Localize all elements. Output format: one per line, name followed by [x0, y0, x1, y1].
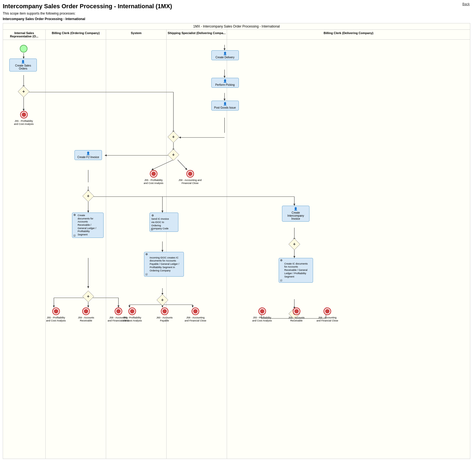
gateway-br: +	[290, 240, 298, 248]
gateway6: +	[158, 296, 167, 304]
gateway3: +	[169, 151, 178, 159]
create-sales-orders-node[interactable]: 👤 Create Sales Orders	[8, 59, 38, 71]
j55-b2: J55 - Profitability and Cost Analysis	[122, 307, 142, 322]
back-button[interactable]: Back	[462, 2, 470, 6]
create-docs-ar-node[interactable]: ⚙ Create documents for Accounts Receivab…	[71, 213, 104, 238]
j58-b3: J58 - Accounting and Financial Close	[316, 307, 338, 322]
lane-system: System	[106, 30, 167, 459]
j59-b1: J59 - Accounts Receivable	[75, 307, 97, 322]
lane-billing-ordering: Billing Clerk (Ordering Company)	[46, 30, 106, 459]
j55-end1: J55 - Profitability and Cost Analysis	[13, 111, 34, 126]
lane-header-1: Internal Sales Representative (O...	[3, 30, 45, 40]
diagram-inner: Internal Sales Representative (O... Bill…	[3, 30, 470, 459]
lane-header-3: System	[106, 30, 166, 40]
j55-b1: J55 - Profitability and Cost Analysis	[46, 307, 66, 322]
gateway2: +	[169, 133, 178, 141]
gateway1: +	[20, 87, 28, 96]
lane-header-4: Shipping Specialist (Delivering Compa...	[167, 30, 227, 40]
lane-header-5: Billing Clerk (Delivering Company)	[227, 30, 470, 40]
post-goods-issue-node[interactable]: 👤 Post Goods Issue	[211, 101, 239, 111]
page-title: Intercompany Sales Order Processing - In…	[3, 3, 470, 10]
create-delivery-node[interactable]: 👤 Create Delivery	[211, 50, 239, 60]
lane-header-2: Billing Clerk (Ordering Company)	[46, 30, 106, 40]
j58-b2: J58 - Accounting and Financial Close	[184, 307, 206, 322]
create-ic-docs-node[interactable]: ⚙ Create IC documents for Accounts Recei…	[278, 258, 314, 283]
gateway4: +	[84, 192, 92, 200]
incoming-idoc-node[interactable]: ⚙ Incoming IDOC creates IC documents for…	[143, 252, 184, 277]
j60-b2: J60 - Accounts Payable	[154, 307, 175, 322]
lane-billing-delivering: Billing Clerk (Delivering Company)	[227, 30, 470, 459]
lanes-container: Internal Sales Representative (O... Bill…	[3, 30, 470, 459]
send-ic-invoice-node[interactable]: ⚙ Send IC-Invoice via IDOC to Ordering C…	[149, 213, 179, 232]
j55-end2: J55 - Profitability and Cost Analysis	[143, 170, 164, 185]
diagram-title: 1MX - Intercompany Sales Order Processin…	[3, 23, 470, 30]
start-event	[20, 45, 28, 53]
perform-picking-node[interactable]: 👤 Perform Picking	[211, 78, 239, 88]
lane-shipping: Shipping Specialist (Delivering Compa...	[167, 30, 227, 459]
j59-b3: J59 - Accounts Receivable	[286, 307, 307, 322]
j58-end1: J58 - Accounting and Financial Close	[178, 170, 202, 185]
process-label: Intercompany Sales Order Processing - In…	[3, 17, 470, 21]
gateway5: +	[84, 292, 92, 301]
subtitle: This scope item supports the following p…	[3, 12, 470, 15]
create-ic-invoice-node[interactable]: 👤 Create Intercompany Invoice	[281, 206, 311, 222]
j55-b3: J55 - Profitability and Cost Analysis	[252, 307, 272, 322]
diagram-container: 1MX - Intercompany Sales Order Processin…	[3, 23, 470, 459]
create-f2-invoice-node[interactable]: 👤 Create F2 Invoice	[73, 150, 103, 160]
